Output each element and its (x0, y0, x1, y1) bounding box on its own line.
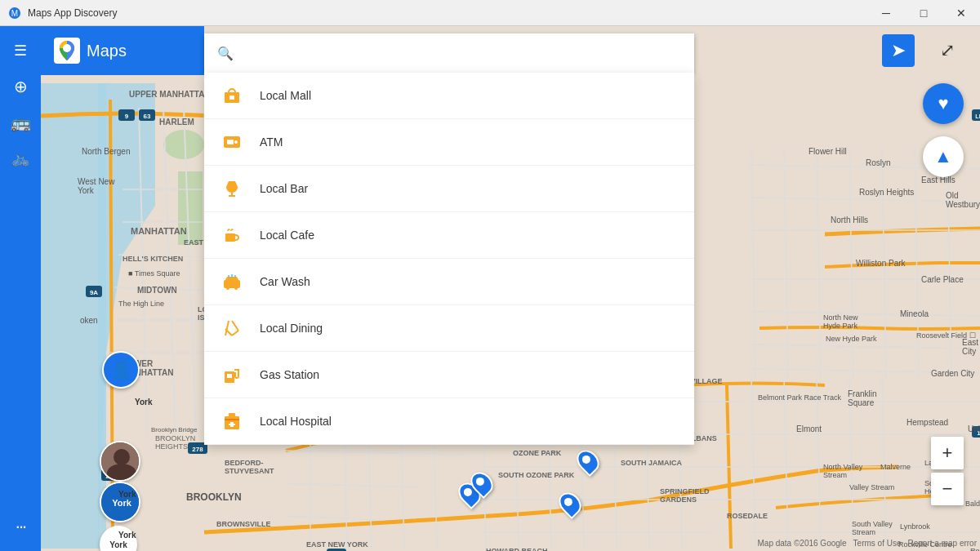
zoom-in-button[interactable]: + (931, 437, 964, 469)
expand-icon: ⤢ (940, 40, 955, 61)
map-container[interactable]: 9 63 9A 675 278 278 278 278 495 LIU 102 … (41, 26, 980, 551)
dropdown-item-car-wash[interactable]: Car Wash (204, 259, 694, 305)
route-icon: ➤ (891, 40, 906, 61)
map-attribution: Map data ©2016 Google Terms of Use Repor… (757, 539, 977, 548)
report-error-link[interactable]: Report a map error (908, 539, 977, 548)
svg-point-30 (114, 449, 130, 465)
map-pin-8[interactable] (578, 449, 598, 473)
local-mall-icon (220, 84, 243, 107)
york-label-bottom: York (109, 540, 127, 549)
explore-icon: ⊕ (14, 77, 28, 96)
svg-point-45 (226, 287, 229, 290)
expand-button[interactable]: ⤢ (931, 34, 964, 67)
svg-text:York: York (112, 498, 132, 508)
sidebar-item-explore[interactable]: ⊕ (4, 70, 37, 103)
logo-area: Maps (41, 26, 204, 75)
user-icon-1: 👤 (111, 360, 131, 380)
map-pin-11[interactable] (560, 491, 580, 516)
atm-icon (220, 131, 243, 153)
local-dining-icon (220, 317, 243, 340)
favorite-button[interactable]: ♥ (923, 83, 964, 124)
more-icon: ··· (16, 516, 25, 537)
local-hospital-label: Local Hospital (260, 415, 332, 428)
svg-rect-44 (224, 280, 240, 288)
dropdown-item-local-cafe[interactable]: Local Cafe (204, 212, 694, 259)
compass-icon: ▲ (934, 146, 952, 167)
svg-line-49 (232, 331, 238, 335)
svg-rect-43 (225, 233, 235, 242)
svg-point-40 (234, 140, 238, 144)
zoom-in-icon: + (942, 442, 953, 464)
restore-button[interactable]: □ (905, 0, 942, 26)
maps-logo (54, 38, 80, 64)
svg-text:M: M (11, 9, 18, 18)
logo-text: Maps (87, 42, 127, 60)
local-cafe-label: Local Cafe (260, 229, 314, 242)
dropdown-item-local-dining[interactable]: Local Dining (204, 305, 694, 352)
sidebar-item-menu[interactable]: ☰ (4, 34, 37, 67)
atm-label: ATM (260, 136, 283, 149)
avatar-photo-1 (101, 441, 139, 482)
svg-rect-39 (227, 140, 234, 144)
svg-point-35 (63, 44, 71, 52)
close-button[interactable]: ✕ (942, 0, 980, 26)
title-bar: M Maps App Discovery ─ □ ✕ (0, 0, 980, 26)
dropdown-item-local-bar[interactable]: Local Bar (204, 166, 694, 212)
compass-button[interactable]: ▲ (923, 136, 964, 177)
svg-rect-52 (227, 374, 232, 378)
zoom-out-button[interactable]: − (931, 473, 964, 505)
title-bar-left: M Maps App Discovery (0, 7, 117, 20)
search-dropdown: Local MallATMLocal BarLocal CafeCar Wash… (204, 73, 694, 445)
gas-station-icon (220, 363, 243, 386)
car-wash-icon (220, 270, 243, 293)
minimize-button[interactable]: ─ (867, 0, 905, 26)
route-button[interactable]: ➤ (882, 34, 915, 67)
avatar-photo-2: York (101, 482, 139, 522)
local-bar-icon (220, 177, 243, 200)
terms-of-use-link[interactable]: Terms of Use (853, 539, 902, 548)
avatar-user-1[interactable]: 👤 (102, 351, 140, 389)
svg-line-48 (232, 321, 238, 331)
svg-rect-54 (229, 413, 235, 418)
map-data-text: Map data ©2016 Google (757, 539, 846, 548)
heart-icon: ♥ (938, 93, 948, 114)
sidebar-item-transit[interactable]: 🚌 (4, 106, 37, 139)
avatar-user-3[interactable]: York (100, 482, 140, 522)
svg-rect-56 (229, 424, 235, 425)
local-bar-label: Local Bar (260, 182, 308, 195)
local-hospital-icon (220, 410, 243, 433)
zoom-out-icon: − (942, 478, 953, 500)
app-title: Maps App Discovery (28, 7, 117, 19)
map-pin-10[interactable] (472, 471, 492, 495)
title-bar-controls: ─ □ ✕ (867, 0, 980, 26)
search-input[interactable] (242, 46, 681, 60)
search-area: 🔍 Local MallATMLocal BarLocal CafeCar Wa… (204, 29, 694, 73)
sidebar: ☰ ⊕ 🚌 🚲 ··· (0, 26, 41, 551)
search-icon: 🔍 (217, 46, 234, 61)
svg-line-47 (225, 321, 229, 335)
dropdown-item-local-mall[interactable]: Local Mall (204, 73, 694, 119)
app-icon: M (8, 7, 21, 20)
gas-station-label: Gas Station (260, 368, 319, 381)
dropdown-item-local-hospital[interactable]: Local Hospital (204, 398, 694, 445)
svg-rect-37 (229, 96, 234, 100)
dropdown-item-atm[interactable]: ATM (204, 119, 694, 166)
local-mall-label: Local Mall (260, 89, 311, 102)
car-wash-label: Car Wash (260, 275, 310, 288)
search-box: 🔍 (204, 33, 694, 73)
menu-icon: ☰ (14, 42, 27, 60)
sidebar-item-more[interactable]: ··· (4, 510, 37, 543)
dropdown-item-gas-station[interactable]: Gas Station (204, 352, 694, 398)
cycling-icon: 🚲 (11, 149, 29, 167)
sidebar-item-cycling[interactable]: 🚲 (4, 142, 37, 175)
svg-point-46 (234, 287, 238, 290)
local-dining-label: Local Dining (260, 322, 323, 335)
local-cafe-icon (220, 224, 243, 247)
header: Maps ➤ ⤢ 🔍 Local MallATMLocal BarLocal C… (41, 26, 980, 75)
app-container: ☰ ⊕ 🚌 🚲 ··· (0, 26, 980, 551)
transit-icon: 🚌 (11, 113, 31, 132)
avatar-user-2[interactable] (100, 441, 140, 482)
